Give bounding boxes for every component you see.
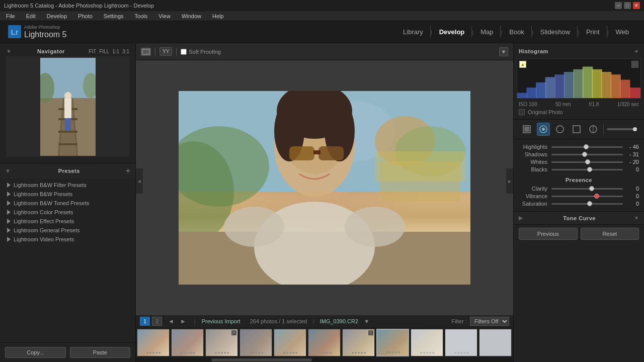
filmstrip-thumb-2[interactable]: ★★★★★ (171, 329, 204, 356)
blacks-thumb[interactable] (587, 167, 592, 172)
photo-name-expand[interactable]: ▼ (364, 318, 369, 324)
presets-collapse[interactable]: ▼ (5, 168, 11, 174)
toolbar-expand-button[interactable]: ▼ (499, 47, 508, 56)
histogram-collapse[interactable]: ▼ (634, 49, 639, 54)
soft-proof-checkbox[interactable] (181, 49, 187, 55)
original-photo-checkbox[interactable] (519, 109, 525, 115)
filmstrip-thumb-1[interactable]: ★★★★★ (137, 329, 170, 356)
photo-name[interactable]: IMG_0390.CR2 (318, 318, 360, 324)
vibrance-slider[interactable] (551, 196, 623, 197)
whites-thumb[interactable] (585, 159, 590, 164)
tone-curve-header[interactable]: ▶ Tone Curve ▼ (514, 211, 644, 224)
blacks-slider[interactable] (551, 169, 623, 170)
preset-video[interactable]: Lightroom Video Presets (0, 235, 135, 244)
view-fit[interactable]: FIT (89, 49, 96, 54)
preset-effect[interactable]: Lightroom Effect Presets (0, 217, 135, 226)
soft-proof-label[interactable]: Soft Proofing (181, 49, 221, 55)
reset-button[interactable]: Reset (581, 228, 639, 240)
filter-select[interactable]: Filters Off (470, 317, 509, 326)
view-3-1[interactable]: 3:1 (122, 49, 129, 54)
tone-curve-collapse[interactable]: ▶ (519, 215, 523, 221)
next-arrow[interactable]: ► (178, 317, 188, 326)
prev-arrow[interactable]: ◄ (166, 317, 176, 326)
svg-rect-38 (545, 77, 556, 98)
heal-tool[interactable] (553, 123, 567, 136)
filmstrip-thumb-6[interactable]: ★★★★★ (308, 329, 341, 356)
maximize-button[interactable]: □ (624, 2, 631, 9)
menu-view[interactable]: View (156, 12, 173, 20)
filmstrip-scrollbar[interactable] (136, 358, 513, 362)
page-2[interactable]: 2 (152, 317, 162, 326)
menu-photo[interactable]: Photo (76, 12, 95, 20)
filmstrip-thumb-9[interactable]: ★★★★★ (411, 329, 443, 356)
preset-color[interactable]: Lightroom Color Presets (0, 208, 135, 217)
shadows-thumb[interactable] (582, 152, 587, 157)
nav-print[interactable]: Print (579, 26, 607, 38)
graduated-tool[interactable] (587, 123, 600, 136)
view-mode-icon[interactable] (141, 48, 151, 56)
filmstrip-thumb-7[interactable]: ★★★★★ ✓ (342, 329, 375, 356)
mini-slider-thumb[interactable] (633, 127, 637, 131)
menu-edit[interactable]: Edit (24, 12, 38, 20)
whites-slider[interactable] (551, 161, 623, 163)
saturation-slider[interactable] (551, 203, 623, 205)
menu-develop[interactable]: Develop (45, 12, 69, 20)
view-1-1[interactable]: 1:1 (112, 49, 119, 54)
add-preset-button[interactable]: + (126, 166, 130, 175)
menu-tools[interactable]: Tools (133, 12, 150, 20)
nav-slideshow[interactable]: Slideshow (533, 26, 578, 38)
previous-button[interactable]: Previous (519, 228, 578, 240)
right-panel-toggle[interactable]: ► (506, 168, 513, 194)
left-panel-toggle[interactable]: ◄ (136, 168, 143, 194)
highlights-thumb[interactable] (584, 144, 589, 149)
svg-rect-20 (375, 151, 465, 182)
menu-file[interactable]: File (4, 12, 17, 20)
preset-bw-filter[interactable]: Lightroom B&W Filter Presets (0, 180, 135, 190)
filmstrip-thumb-3[interactable]: ★★★★★ ✓ (205, 329, 238, 356)
copy-button[interactable]: Copy... (5, 347, 66, 358)
filmstrip-thumb-10[interactable]: ★★★★★ (445, 329, 477, 356)
nav-library[interactable]: Library (396, 26, 431, 38)
filmstrip-thumb-8-selected[interactable]: ★★★★★ (376, 329, 409, 356)
saturation-thumb[interactable] (587, 201, 592, 206)
preset-bw[interactable]: Lightroom B&W Presets (0, 190, 135, 199)
histogram-warning[interactable]: ▲ (519, 61, 526, 68)
nav-book[interactable]: Book (502, 26, 532, 38)
filmstrip-thumb-4[interactable]: ★★★★★ (239, 329, 272, 356)
red-eye-tool[interactable] (570, 123, 583, 136)
svg-rect-46 (620, 80, 630, 98)
presets-header[interactable]: ▼ Presets + (0, 163, 135, 178)
page-1[interactable]: 1 (140, 317, 150, 326)
navigator-collapse[interactable]: ▼ (6, 48, 12, 54)
shadows-slider[interactable] (551, 154, 623, 155)
presets-title: Presets (58, 168, 80, 174)
navigator-header[interactable]: ▼ Navigator FIT FILL 1:1 3:1 (3, 46, 132, 56)
preset-bw-toned[interactable]: Lightroom B&W Toned Presets (0, 199, 135, 208)
menu-window[interactable]: Window (180, 12, 203, 20)
paste-button[interactable]: Paste (70, 347, 131, 358)
scroll-thumb[interactable] (211, 358, 312, 361)
menu-help[interactable]: Help (210, 12, 226, 20)
prev-import[interactable]: Previous Import (202, 318, 240, 324)
tone-curve-arrow[interactable]: ▼ (634, 215, 639, 221)
histogram-clipping[interactable]: □ (631, 61, 638, 68)
nav-develop[interactable]: Develop (432, 26, 472, 38)
mini-slider[interactable] (607, 128, 637, 130)
view-fill[interactable]: FILL (99, 49, 109, 54)
tone-tool[interactable] (520, 123, 533, 136)
yyg-button[interactable]: YY (159, 47, 172, 56)
nav-web[interactable]: Web (609, 26, 636, 38)
clarity-thumb[interactable] (589, 186, 594, 191)
crop-tool[interactable] (537, 123, 550, 136)
highlights-slider[interactable] (551, 146, 623, 148)
menu-settings[interactable]: Settings (102, 12, 126, 20)
filmstrip-thumb-5[interactable]: ★★★★★ (274, 329, 306, 356)
close-button[interactable]: ✕ (633, 2, 640, 9)
nav-map[interactable]: Map (473, 26, 501, 38)
preset-general[interactable]: Lightroom General Presets (0, 226, 135, 235)
vibrance-thumb[interactable] (594, 194, 599, 199)
clarity-slider[interactable] (551, 188, 623, 190)
minimize-button[interactable]: ─ (615, 2, 622, 9)
preset-arrow (7, 201, 11, 206)
filmstrip-thumb-11[interactable] (479, 329, 512, 356)
